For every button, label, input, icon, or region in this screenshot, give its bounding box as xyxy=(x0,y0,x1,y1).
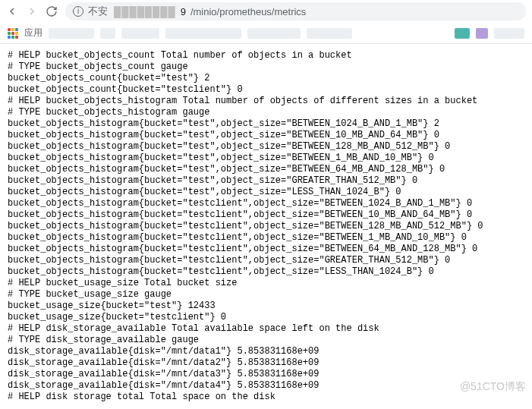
bookmark-placeholder xyxy=(100,28,115,39)
url-path: /minio/prometheus/metrics xyxy=(190,6,306,17)
address-bar[interactable]: i 不安 ████████ 9 /minio/prometheus/metric… xyxy=(65,2,526,20)
url-port: 9 xyxy=(181,6,186,17)
apps-label[interactable]: 应用 xyxy=(24,27,42,39)
bookmark-placeholder xyxy=(494,28,524,39)
info-icon: i xyxy=(73,6,83,17)
bookmark-placeholder xyxy=(121,28,159,39)
bookmark-placeholder xyxy=(165,28,241,39)
insecure-label: 不安 xyxy=(88,5,108,18)
back-icon[interactable] xyxy=(6,5,18,17)
bookmarks-bar: 应用 xyxy=(0,23,532,44)
url-host-masked: ████████ xyxy=(114,6,176,17)
metrics-output: # HELP bucket_objects_count Total number… xyxy=(0,44,532,409)
reload-icon[interactable] xyxy=(46,5,58,17)
bookmark-placeholder xyxy=(307,28,352,39)
bookmark-placeholder xyxy=(49,28,94,39)
bookmark-placeholder xyxy=(247,28,301,39)
forward-icon xyxy=(26,5,38,17)
browser-toolbar: i 不安 ████████ 9 /minio/prometheus/metric… xyxy=(0,0,532,23)
bookmark-placeholder xyxy=(476,28,488,39)
apps-icon[interactable] xyxy=(8,28,18,39)
bookmark-placeholder xyxy=(455,28,470,39)
